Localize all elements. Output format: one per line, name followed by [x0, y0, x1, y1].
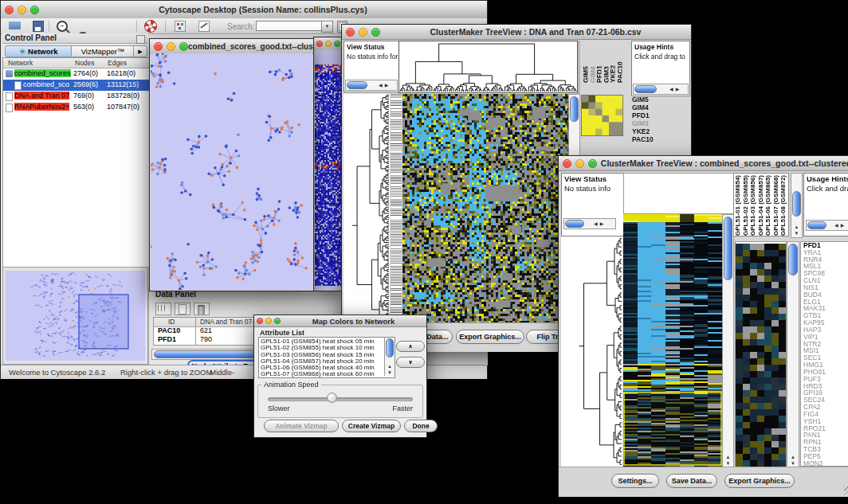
row-dendrogram-canvas[interactable]: [344, 94, 390, 322]
resize-grip[interactable]: [844, 486, 848, 495]
gene-label[interactable]: CLN1: [803, 277, 848, 284]
gene-label[interactable]: MAK31: [803, 305, 848, 312]
gene-label[interactable]: GIM3: [632, 119, 688, 127]
column-label[interactable]: GPL51-02 (GSM855): [742, 175, 750, 236]
gene-label[interactable]: PEP5: [803, 453, 848, 460]
gene-label[interactable]: FIG4: [803, 411, 848, 418]
gene-label[interactable]: PFD1: [803, 242, 848, 249]
network-name[interactable]: combined_sco: [23, 80, 69, 88]
save-data-button[interactable]: Save Data...: [666, 474, 717, 488]
attribute-items[interactable]: GPL51-01 (GSM854) heat shock 05 minGPL51…: [259, 338, 384, 377]
view-status-hscrollbar[interactable]: ◀▶: [563, 218, 616, 229]
float-panel-icon[interactable]: [136, 35, 145, 44]
move-up-button[interactable]: ∧: [396, 341, 425, 352]
network-window-title-bar[interactable]: combined_scores_good.txt--cluste...: [150, 39, 313, 54]
gene-label[interactable]: HAP3: [803, 326, 848, 334]
attribute-item[interactable]: GPL51-02 (GSM855) heat shock 10 min: [259, 345, 384, 351]
gene-label[interactable]: PHO81: [803, 369, 848, 376]
attribute-item[interactable]: GPL51-01 (GSM854) heat shock 05 min: [259, 338, 384, 345]
gene-label[interactable]: MSI1: [803, 347, 848, 354]
usage-hints-hscrollbar[interactable]: ◀▶: [633, 84, 689, 95]
network-name[interactable]: DNA and Tran 07: [14, 92, 69, 100]
zoom-window-icon[interactable]: [334, 41, 340, 47]
gene-label[interactable]: YKE2: [632, 127, 688, 135]
gene-label[interactable]: HRD3: [803, 383, 848, 390]
gene-label[interactable]: PUF3: [803, 376, 848, 383]
gene-label[interactable]: NIS1: [803, 284, 848, 291]
column-label[interactable]: GPL51-04 (GSM857): [757, 175, 765, 236]
new-attribute-icon[interactable]: [175, 303, 190, 315]
global-heatmap-canvas[interactable]: [402, 94, 568, 322]
gene-label[interactable]: RPO21: [803, 425, 848, 432]
column-labels-vscrollbar[interactable]: ▲▼: [791, 173, 803, 238]
search-input[interactable]: [256, 21, 323, 31]
treeview1-gene-labels[interactable]: GIM5GIM4PFD1GIM3YKE2PAC10: [632, 96, 688, 145]
search-dropdown-icon[interactable]: ▼: [321, 21, 333, 33]
attribute-item[interactable]: GPL51-04 (GSM857) heat shock 20 min: [259, 358, 384, 365]
attribute-list-vscrollbar[interactable]: ▲▼: [384, 338, 395, 376]
minimize-icon[interactable]: [265, 318, 272, 324]
attribute-table-icon[interactable]: [155, 303, 171, 315]
gene-label[interactable]: PAC10: [632, 135, 688, 143]
gene-label[interactable]: SPC98: [803, 270, 848, 277]
minimize-icon[interactable]: [325, 41, 332, 47]
help-lifesaver-icon[interactable]: [144, 20, 157, 33]
usage-hints-hscrollbar[interactable]: ◀▶: [806, 220, 848, 231]
gene-label[interactable]: MSL1: [803, 263, 848, 270]
background-window-title-bar[interactable]: [314, 37, 344, 51]
gene-label[interactable]: GIM4: [632, 104, 688, 111]
gene-label[interactable]: GTB1: [803, 312, 848, 319]
attribute-item[interactable]: GPL51-03 (GSM856) heat shock 15 min: [259, 352, 384, 358]
background-network-canvas[interactable]: [315, 50, 344, 290]
column-label[interactable]: GIM5: [581, 41, 588, 83]
minimize-icon[interactable]: [167, 42, 175, 51]
network-row[interactable]: DNA and Tran 07769(0)183728(0): [3, 91, 149, 102]
row-dendrogram-canvas[interactable]: [561, 236, 622, 467]
settings-button[interactable]: Settings...: [611, 474, 659, 488]
save-icon[interactable]: [33, 21, 44, 32]
zoom-heatmap-thumbnail[interactable]: [581, 95, 623, 136]
treeview1-column-labels[interactable]: GIM5GIM4PFD1GIM3YKE2PAC10: [581, 41, 622, 83]
animate-vizmap-button[interactable]: Animate Vizmap: [264, 420, 339, 432]
open-file-icon[interactable]: [9, 21, 21, 29]
tab-network[interactable]: ✳ Network: [5, 45, 73, 57]
zoom-heatmap-canvas[interactable]: [735, 241, 787, 468]
minimize-icon[interactable]: [359, 28, 367, 37]
animation-speed-slider-thumb[interactable]: [327, 393, 337, 403]
annotation-icon[interactable]: [198, 21, 210, 32]
export-graphics-button[interactable]: Export Graphics...: [456, 330, 524, 344]
gene-label[interactable]: BUD4: [803, 291, 848, 299]
done-button[interactable]: Done: [404, 420, 438, 432]
network-name[interactable]: combined_scores: [14, 69, 71, 77]
global-heatmap-vscrollbar[interactable]: ▲▼: [722, 214, 734, 468]
network-overview-canvas[interactable]: [6, 271, 145, 361]
gene-label[interactable]: PFD1: [632, 111, 688, 119]
gene-label[interactable]: GPI16: [803, 389, 848, 397]
gene-label[interactable]: ELG1: [803, 299, 848, 306]
gene-label[interactable]: NTR2: [803, 341, 848, 348]
close-icon[interactable]: [257, 318, 263, 324]
close-icon[interactable]: [5, 6, 14, 14]
attribute-item[interactable]: GPL51-07 (GSM868) heat shock 60 min: [259, 371, 384, 377]
column-label[interactable]: GPL51-03 (GSM856): [749, 175, 757, 236]
zoom-window-icon[interactable]: [30, 6, 39, 14]
minimize-icon[interactable]: [18, 6, 26, 14]
column-label[interactable]: PAC10: [615, 41, 622, 83]
move-down-button[interactable]: ∨: [396, 357, 425, 368]
gene-label[interactable]: GIM5: [632, 96, 688, 104]
treeview1-title-bar[interactable]: ClusterMaker TreeView : DNA and Tran 07-…: [342, 25, 691, 40]
tab-vizmapper[interactable]: VizMapper™: [71, 45, 135, 57]
treeview2-column-labels[interactable]: GPL51-01 (GSM854)GPL51-02 (GSM855)GPL51-…: [733, 173, 789, 236]
column-label[interactable]: PFD1: [595, 41, 602, 83]
network-row[interactable]: combined_scores2764(0)16218(0): [3, 68, 149, 80]
gene-label[interactable]: YSH1: [803, 418, 848, 425]
column-label[interactable]: GIM4: [588, 41, 595, 83]
main-title-bar[interactable]: Cytoscape Desktop (Session Name: collins…: [1, 1, 487, 19]
gene-label[interactable]: RNR4: [803, 256, 848, 264]
animation-speed-slider-track[interactable]: [268, 397, 413, 401]
delete-attribute-trash-icon[interactable]: [194, 303, 210, 315]
gene-label[interactable]: HMG1: [803, 361, 848, 369]
column-label[interactable]: GIM3: [602, 41, 609, 83]
tab-overflow-arrow[interactable]: ▶: [133, 45, 147, 57]
close-icon[interactable]: [316, 41, 323, 47]
